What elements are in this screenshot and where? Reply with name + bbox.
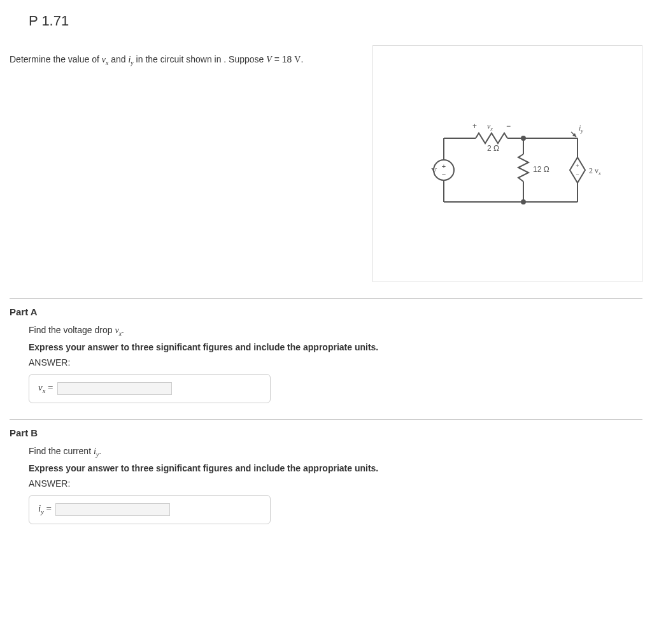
part-a-answer-box: vx = xyxy=(29,374,271,403)
statement-text: Determine the value of xyxy=(10,54,102,64)
dep-label: 2 vx xyxy=(589,166,601,176)
part-a-prompt: Find the voltage drop vx. xyxy=(29,325,642,337)
part-b-instruction: Express your answer to three significant… xyxy=(29,463,642,473)
iy-label: iy xyxy=(579,124,583,134)
circuit-figure: V + − + vx − 2 Ω 12 Ω iy + − 2 vx xyxy=(372,45,642,282)
circuit-diagram: V + − + vx − 2 Ω 12 Ω iy + − 2 vx xyxy=(412,100,603,227)
divider xyxy=(10,298,642,299)
var-V: V xyxy=(266,55,272,64)
part-b-prompt: Find the current iy. xyxy=(29,446,642,458)
vx-label: vx xyxy=(487,122,493,132)
r1-label: 2 Ω xyxy=(487,144,499,153)
vx-plus: + xyxy=(472,122,477,131)
dep-minus: − xyxy=(576,171,579,178)
vx-minus: − xyxy=(506,122,511,131)
part-a-input[interactable] xyxy=(57,382,172,395)
var-vx: vx xyxy=(102,55,109,64)
part-b-heading: Part B xyxy=(10,427,642,438)
part-b-answer-box: iy = xyxy=(29,495,271,524)
statement-text: = 18 xyxy=(272,54,294,64)
unit-V: V xyxy=(294,55,301,64)
src-minus: − xyxy=(442,170,446,178)
answer-label: ANSWER: xyxy=(29,478,642,489)
part-a-input-label: vx = xyxy=(38,382,53,394)
part-a-heading: Part A xyxy=(10,306,642,317)
statement-text: . xyxy=(301,54,303,64)
src-plus: + xyxy=(442,162,446,170)
statement-text: and xyxy=(108,54,128,64)
svg-marker-9 xyxy=(570,157,585,183)
statement-text: in the circuit shown in . Suppose xyxy=(134,54,267,64)
problem-statement: Determine the value of vx and iy in the … xyxy=(10,54,366,66)
part-b-input-label: iy = xyxy=(38,503,52,515)
divider xyxy=(10,419,642,420)
part-a-instruction: Express your answer to three significant… xyxy=(29,342,642,352)
var-iy: iy xyxy=(128,55,133,64)
v-source-label: V xyxy=(431,166,437,175)
problem-title: P 1.71 xyxy=(29,13,642,29)
r2-label: 12 Ω xyxy=(533,165,549,174)
dep-plus: + xyxy=(576,162,579,169)
answer-label: ANSWER: xyxy=(29,357,642,368)
part-b-input[interactable] xyxy=(55,503,170,516)
